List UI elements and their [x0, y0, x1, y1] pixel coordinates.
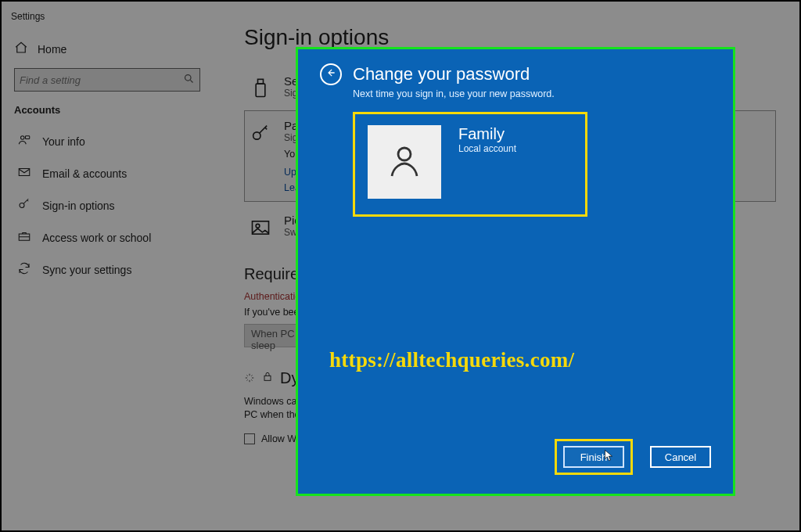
- usb-icon: [250, 76, 271, 98]
- finish-button[interactable]: Finish: [563, 446, 624, 468]
- home-icon: [14, 41, 28, 57]
- change-password-dialog: Change your password Next time you sign …: [296, 47, 735, 496]
- user-name: Family: [458, 125, 516, 143]
- person-icon: [386, 142, 423, 182]
- mail-icon: [17, 165, 31, 182]
- svg-rect-7: [256, 84, 265, 96]
- finish-label: Finish: [580, 451, 608, 463]
- svg-rect-11: [264, 376, 271, 380]
- search-field[interactable]: [20, 74, 168, 86]
- sidebar-item-work[interactable]: Access work or school: [14, 221, 214, 253]
- person-icon: [17, 133, 31, 149]
- cancel-button[interactable]: Cancel: [650, 446, 711, 468]
- picture-icon: [250, 215, 271, 237]
- cancel-label: Cancel: [665, 451, 696, 463]
- checkbox-icon[interactable]: [244, 433, 255, 444]
- sync-icon: [17, 261, 31, 278]
- key-icon: [17, 197, 31, 214]
- sparkle-icon: [244, 372, 255, 383]
- sidebar-item-label: Sign-in options: [42, 200, 115, 212]
- user-type: Local account: [458, 143, 516, 154]
- watermark-text: https://alltechqueries.com/: [329, 348, 574, 372]
- svg-point-1: [21, 136, 25, 140]
- search-input[interactable]: [14, 68, 200, 92]
- finish-highlight: Finish: [555, 439, 633, 475]
- lock-icon: [261, 370, 274, 386]
- user-card: Family Local account: [353, 112, 587, 217]
- sidebar-section-label: Accounts: [14, 104, 214, 116]
- svg-rect-2: [26, 136, 30, 139]
- sidebar-item-email[interactable]: Email & accounts: [14, 157, 214, 189]
- nav-home[interactable]: Home: [14, 36, 214, 68]
- svg-rect-6: [258, 79, 264, 84]
- svg-rect-3: [19, 169, 30, 176]
- sidebar-item-label: Sync your settings: [42, 264, 131, 276]
- nav-home-label: Home: [38, 43, 66, 56]
- key-icon: [250, 120, 271, 142]
- sidebar-item-label: Access work or school: [42, 232, 151, 244]
- sidebar-item-label: Email & accounts: [42, 167, 127, 180]
- sidebar-item-label: Your info: [42, 135, 85, 148]
- svg-point-4: [20, 203, 24, 208]
- briefcase-icon: [17, 229, 31, 246]
- dialog-title: Change your password: [353, 64, 530, 84]
- svg-point-10: [256, 224, 260, 228]
- svg-point-0: [185, 75, 192, 81]
- window-title: Settings: [11, 11, 214, 22]
- sidebar-item-your-info[interactable]: Your info: [14, 125, 214, 157]
- dialog-subtitle: Next time you sign in, use your new pass…: [353, 88, 711, 99]
- avatar: [368, 125, 441, 199]
- search-icon: [183, 73, 195, 87]
- sidebar-item-sync[interactable]: Sync your settings: [14, 253, 214, 286]
- sidebar-item-signin[interactable]: Sign-in options: [14, 189, 214, 221]
- svg-point-8: [253, 132, 260, 139]
- svg-point-12: [398, 148, 411, 160]
- svg-rect-9: [253, 221, 269, 233]
- back-button[interactable]: [320, 63, 342, 85]
- arrow-left-icon: [325, 67, 336, 81]
